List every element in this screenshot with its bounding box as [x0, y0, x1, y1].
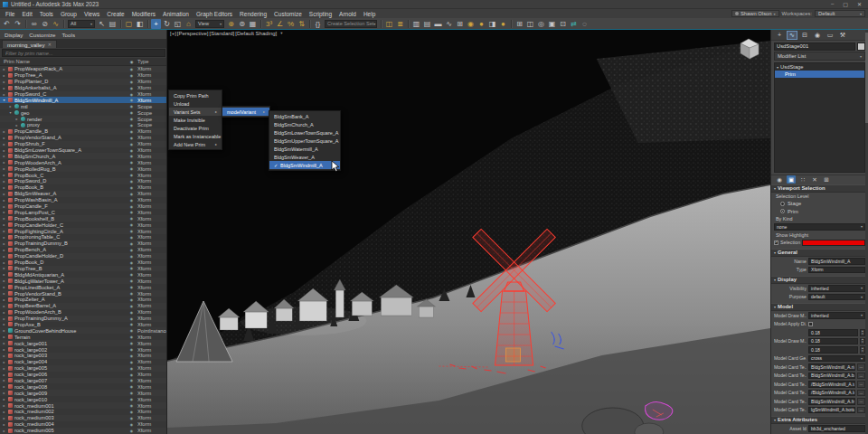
- toolbar-item[interactable]: ◨ ▾: [487, 19, 497, 29]
- row-visibility-icon[interactable]: ◉: [126, 86, 137, 90]
- expand-caret-icon[interactable]: ▸: [2, 67, 6, 71]
- attribute-dropdown[interactable]: inherited▾: [808, 312, 865, 319]
- toolbar-icon[interactable]: {}: [313, 19, 323, 29]
- expand-caret-icon[interactable]: ▸: [2, 335, 6, 339]
- row-visibility-icon[interactable]: ◉: [126, 110, 137, 115]
- tree-row[interactable]: ▸ PropAxe_B ◉ Xform: [0, 322, 166, 328]
- toolbar-icon[interactable]: ◎: [536, 19, 546, 29]
- browse-button[interactable]: ...: [857, 407, 865, 414]
- tree-row[interactable]: ▸ rock_large005 ◉ Xform: [0, 365, 166, 372]
- tree-row[interactable]: ▸ PropWoodenArch_B ◉ Xform: [0, 309, 166, 316]
- toolbar-icon[interactable]: ⊘: [40, 19, 50, 29]
- viewport-label-part[interactable]: [Standard]: [210, 31, 235, 36]
- expand-caret-icon[interactable]: ▸: [2, 354, 6, 358]
- context-menu-item[interactable]: Unload ▸: [169, 99, 222, 108]
- tree-row[interactable]: ▸ PropCandle_B ◉ Xform: [0, 128, 166, 135]
- expand-caret-icon[interactable]: ▸: [2, 142, 6, 146]
- variant-option-item[interactable]: ✓ BldgSmUpperTownSquare_A: [269, 137, 340, 145]
- expand-caret-icon[interactable]: ▾: [8, 110, 13, 115]
- toolbar-icon[interactable]: ◱: [173, 19, 183, 29]
- row-visibility-icon[interactable]: ◉: [126, 92, 137, 97]
- expand-caret-icon[interactable]: ▸: [2, 204, 6, 209]
- command-panel-tab[interactable]: ⚒: [837, 31, 848, 40]
- tree-row[interactable]: ▸ PropRolledRug_B ◉ Xform: [0, 165, 166, 172]
- menu-item[interactable]: Graph Editors: [193, 11, 236, 17]
- texture-path-field[interactable]: lgSmWindmill_A.bottom.png: [808, 407, 855, 414]
- toolbar-icon[interactable]: ≣: [395, 19, 405, 29]
- tree-row[interactable]: ▸ PropBook_C ◉ Xform: [0, 172, 166, 178]
- toolbar-icon[interactable]: ◌: [580, 19, 590, 29]
- toolbar-item[interactable]: ▾: [379, 20, 383, 28]
- explorer-menu-item[interactable]: Customize: [29, 32, 55, 38]
- menu-item[interactable]: Edit: [18, 11, 35, 17]
- toolbar-item[interactable]: ◌ ▾: [580, 19, 590, 29]
- row-visibility-icon[interactable]: ◉: [126, 429, 137, 433]
- tree-row[interactable]: ▸ PropSword_C ◉ Xform: [0, 91, 166, 98]
- toolbar-item[interactable]: ▾: [61, 20, 66, 28]
- toolbar-icon[interactable]: ◫: [525, 19, 535, 29]
- texture-path-field[interactable]: BldgSmWindmill_A.back.png: [808, 373, 855, 380]
- tree-row[interactable]: ▸ GroundCoverBehindHouse ◉ PointInstance…: [0, 327, 166, 334]
- expand-caret-icon[interactable]: ▸: [2, 272, 6, 277]
- tree-row[interactable]: ▾ geo ◉ Scope: [0, 109, 166, 116]
- rollout-display[interactable]: ▾ Display: [771, 276, 868, 284]
- toolbar-icon[interactable]: ⌂: [184, 19, 193, 29]
- toolbar-icon[interactable]: ∠: [275, 19, 285, 29]
- menu-item[interactable]: Tools: [36, 11, 57, 17]
- tree-row[interactable]: ▸ PropCandle_F ◉ Xform: [0, 203, 166, 210]
- toolbar-item[interactable]: + ▾: [151, 19, 161, 29]
- close-tab-icon[interactable]: ✕: [48, 42, 52, 47]
- row-visibility-icon[interactable]: ◉: [126, 204, 137, 209]
- expand-caret-icon[interactable]: ▸: [2, 429, 6, 433]
- expand-caret-icon[interactable]: ▸: [2, 366, 6, 371]
- toolbar-item[interactable]: ▾: [406, 20, 410, 28]
- row-visibility-icon[interactable]: ◉: [126, 73, 137, 78]
- toolbar-item[interactable]: ◫ ▾: [384, 19, 394, 29]
- row-visibility-icon[interactable]: ◉: [126, 378, 137, 382]
- row-visibility-icon[interactable]: ◉: [126, 210, 137, 214]
- expand-caret-icon[interactable]: ▸: [2, 136, 6, 140]
- explorer-column-headers[interactable]: Prim Name ◉ Type: [0, 58, 166, 66]
- menu-item[interactable]: Customize: [270, 11, 306, 17]
- expand-caret-icon[interactable]: ▸: [2, 316, 6, 321]
- spinner-value[interactable]: 0.18: [808, 329, 858, 336]
- row-visibility-icon[interactable]: ◉: [126, 397, 137, 401]
- expand-caret-icon[interactable]: ▸: [2, 166, 6, 171]
- expand-caret-icon[interactable]: ▾: [2, 98, 6, 102]
- toolbar-item[interactable]: ◫ ▾: [525, 19, 535, 29]
- toolbar-item[interactable]: 3³ ▾: [264, 19, 274, 29]
- expand-caret-icon[interactable]: ▸: [2, 373, 6, 377]
- menu-item[interactable]: Help: [360, 11, 379, 17]
- toolbar-item[interactable]: ▬ ▾: [433, 19, 443, 29]
- row-visibility-icon[interactable]: ◉: [126, 373, 137, 377]
- row-visibility-icon[interactable]: ◉: [126, 360, 137, 364]
- row-visibility-icon[interactable]: ◉: [126, 229, 137, 233]
- row-visibility-icon[interactable]: ◉: [126, 235, 137, 240]
- expand-caret-icon[interactable]: ▸: [14, 117, 19, 121]
- context-menu-item[interactable]: Deactivate Prim ▸: [169, 124, 222, 132]
- toolbar-icon[interactable]: ⇄: [569, 19, 579, 29]
- toolbar-item[interactable]: ▾: [118, 20, 123, 28]
- toolbar-item[interactable]: ⊞ ▾: [455, 19, 465, 29]
- texture-path-field[interactable]: /BldgSmWindmill_A.top.png: [808, 381, 855, 388]
- tree-row[interactable]: ▸ PropCandleHolder_C ◉ Xform: [0, 222, 166, 228]
- toolbar-item[interactable]: ↻ ▾: [162, 19, 172, 29]
- row-visibility-icon[interactable]: ◉: [126, 416, 137, 420]
- toolbar-item[interactable]: Create Selection Set▾: [324, 20, 378, 28]
- tree-row[interactable]: ▸ PropIroningTable_C ◉ Xform: [0, 234, 166, 241]
- expand-caret-icon[interactable]: ▸: [2, 347, 6, 352]
- tree-row[interactable]: ▸ BldgSmChurch_A ◉ Xform: [0, 153, 166, 159]
- expand-caret-icon[interactable]: ▸: [2, 297, 6, 302]
- tree-row[interactable]: ▸ PropZelter_A ◉ Xform: [0, 297, 166, 303]
- tree-row[interactable]: ▸ rock_medium002 ◉ Xform: [0, 409, 166, 415]
- toolbar-item[interactable]: ▥ ▾: [411, 19, 421, 29]
- toolbar-icon[interactable]: ⊞: [455, 19, 465, 29]
- modifier-list-dropdown[interactable]: Modifier List ▾: [774, 52, 865, 61]
- context-menu-item[interactable]: Mark as Instanceable ▸: [169, 132, 222, 140]
- browse-button[interactable]: ...: [857, 363, 865, 371]
- row-visibility-icon[interactable]: ◉: [126, 129, 137, 134]
- stack-entry[interactable]: ▾ UsdStage: [775, 63, 864, 71]
- toolbar-item[interactable]: ⊡ ▾: [558, 19, 568, 29]
- tree-row[interactable]: ▸ proxy ◉ Scope: [0, 122, 166, 128]
- toolbar-item[interactable]: ∿ ▾: [444, 19, 454, 29]
